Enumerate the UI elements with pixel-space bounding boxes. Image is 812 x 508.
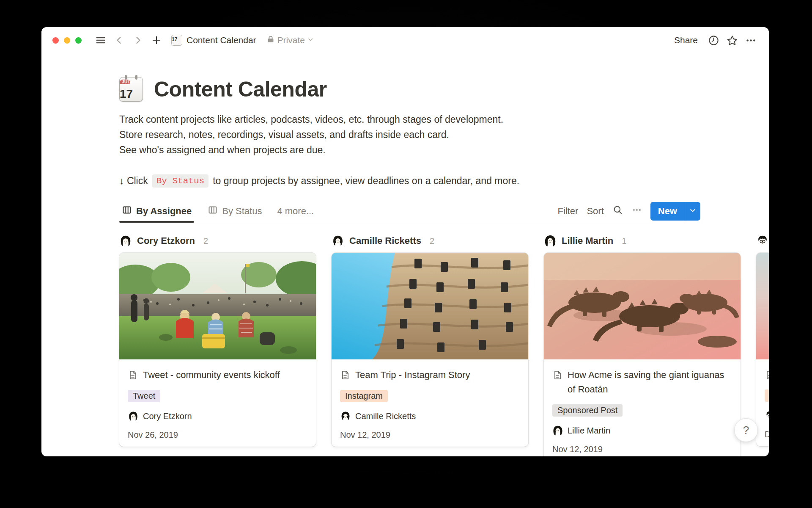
breadcrumb[interactable]: 17 Content Calendar: [171, 35, 256, 46]
privacy-label: Private: [277, 35, 305, 45]
toolbar-actions: Share: [670, 33, 758, 48]
description-line: See who's assigned and when projects are…: [119, 142, 700, 157]
callout-line: ↓ Click By Status to group projects by a…: [119, 174, 700, 188]
column-count: 2: [430, 236, 434, 246]
chevron-right-icon: [133, 35, 143, 45]
card-title: Team Trip - Instagram Story: [355, 368, 470, 382]
close-window-button[interactable]: [52, 37, 59, 44]
favorite-button[interactable]: [725, 33, 739, 47]
avatar-lillie-martin: [552, 425, 563, 436]
column-header[interactable]: Lillie Martin 1: [544, 232, 741, 249]
card-date: Nov 12, 2019: [340, 430, 520, 440]
tag-partial: V: [765, 389, 769, 402]
toolbar-page-title: Content Calendar: [187, 35, 256, 45]
card-team-trip-instagram-story[interactable]: Team Trip - Instagram Story Instagram Ca…: [332, 253, 528, 447]
notion-window: 17 Content Calendar Private Share: [41, 27, 769, 456]
chevron-down-icon: [307, 36, 314, 44]
avatar-man-glasses: [756, 235, 769, 247]
iguanas-photo: [544, 253, 741, 359]
board-column-lillie-martin: Lillie Martin 1: [544, 222, 741, 456]
traffic-lights: [52, 37, 82, 44]
board-view-icon: [208, 205, 218, 218]
ellipsis-icon: [745, 35, 757, 46]
updates-button[interactable]: [706, 33, 721, 47]
board-view-icon: [122, 205, 132, 218]
column-header[interactable]: Camille Ricketts 2: [332, 232, 528, 249]
column-count: 1: [622, 236, 626, 246]
calendar-emoji-icon[interactable]: JUL 17: [119, 77, 143, 102]
column-header[interactable]: Cory Etzkorn 2: [119, 232, 316, 249]
privacy-menu[interactable]: Private: [266, 35, 314, 45]
help-button[interactable]: ?: [734, 418, 758, 442]
casa-mila-building-photo: [332, 253, 528, 359]
zoom-window-button[interactable]: [75, 37, 82, 44]
card-acme-iguanas[interactable]: How Acme is saving the giant iguanas of …: [544, 253, 741, 456]
tab-by-status[interactable]: By Status: [205, 200, 264, 222]
by-status-code-chip: By Status: [152, 174, 208, 188]
card-title: Tweet - community events kickoff: [143, 368, 280, 382]
page-icon: [340, 370, 350, 382]
board-column-camille-ricketts: Camille Ricketts 2: [332, 222, 528, 447]
card-title: How Acme is saving the giant iguanas of …: [568, 368, 732, 397]
pink-gradient-photo: [756, 253, 769, 359]
card-tweet-community-events[interactable]: Tweet - community events kickoff Tweet C…: [119, 253, 316, 447]
chevron-down-icon: [689, 207, 696, 215]
card-assignee: Lillie Martin: [568, 426, 610, 436]
star-icon: [727, 35, 738, 46]
page-icon: [552, 370, 562, 397]
more-options-button[interactable]: [743, 33, 758, 47]
search-button[interactable]: [608, 202, 628, 221]
new-split-button: New: [650, 202, 700, 221]
avatar-man-glasses: [765, 410, 769, 421]
page-icon: [765, 370, 769, 382]
calendar-favicon-icon: 17: [171, 35, 182, 46]
page-title-row: JUL 17 Content Calendar: [119, 77, 700, 102]
filter-button[interactable]: Filter: [554, 203, 583, 219]
column-name: Camille Ricketts: [349, 235, 421, 246]
avatar-camille-ricketts: [332, 235, 344, 247]
new-page-button[interactable]: [149, 33, 164, 47]
desktop-background: 17 Content Calendar Private Share: [0, 0, 812, 508]
page-title: Content Calendar: [154, 77, 327, 102]
view-options-button[interactable]: [628, 202, 646, 220]
sidebar-toggle-button[interactable]: [93, 33, 108, 47]
avatar-cory-etzkorn: [128, 411, 139, 422]
card-assignee: Camille Ricketts: [355, 411, 416, 421]
card-assignee: Cory Etzkorn: [143, 411, 192, 421]
ellipsis-icon: [632, 205, 642, 218]
board-column-partial: V D: [756, 222, 769, 446]
card-date: D: [765, 430, 769, 439]
avatar-camille-ricketts: [340, 411, 351, 422]
column-name: Cory Etzkorn: [137, 235, 195, 246]
lock-icon: [266, 35, 275, 45]
hamburger-icon: [95, 35, 106, 46]
page-icon: [128, 370, 138, 382]
more-views-button[interactable]: 4 more...: [277, 206, 314, 217]
sort-button[interactable]: Sort: [582, 203, 608, 219]
description-line: Track content projects like articles, po…: [119, 112, 700, 127]
chevron-left-icon: [114, 35, 124, 45]
column-header[interactable]: [756, 232, 769, 249]
page-description: Track content projects like articles, po…: [119, 112, 700, 157]
card-partial[interactable]: V D: [756, 253, 769, 446]
board-view: Cory Etzkorn 2: [41, 222, 769, 456]
tab-by-assignee[interactable]: By Assignee: [119, 200, 194, 222]
new-dropdown-button[interactable]: [685, 202, 700, 221]
back-button[interactable]: [112, 33, 126, 47]
card-date: Nov 12, 2019: [552, 444, 732, 454]
window-toolbar: 17 Content Calendar Private Share: [41, 27, 769, 53]
callout-prefix: ↓ Click: [119, 175, 148, 187]
minimize-window-button[interactable]: [64, 37, 70, 44]
forward-button[interactable]: [131, 33, 145, 47]
new-button[interactable]: New: [650, 202, 685, 221]
board-column-cory-etzkorn: Cory Etzkorn 2: [119, 222, 316, 447]
column-count: 2: [203, 236, 208, 246]
tag-sponsored-post: Sponsored Post: [552, 404, 623, 417]
festival-crowd-photo: [119, 253, 316, 359]
page-content: JUL 17 Content Calendar Track content pr…: [119, 77, 700, 222]
view-tabs-bar: By Assignee By Status 4 more... Filter S…: [119, 200, 700, 222]
avatar-cory-etzkorn: [119, 235, 132, 247]
share-button[interactable]: Share: [670, 33, 702, 48]
avatar-lillie-martin: [544, 235, 557, 247]
clock-icon: [708, 35, 719, 46]
